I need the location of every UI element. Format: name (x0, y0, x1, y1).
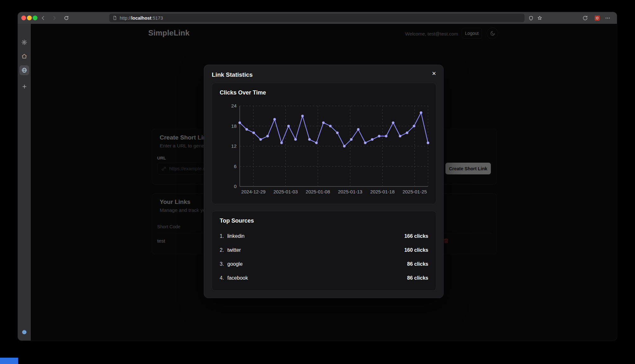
clicks-over-time-card: Clicks Over Time 061218242024-12-292025-… (212, 83, 436, 204)
top-sources-card: Top Sources 1. linkedin 166 clicks 2. tw… (212, 211, 436, 291)
clicks-chart: 061218242024-12-292025-01-032025-01-0820… (220, 103, 432, 195)
workspace-planet-button[interactable] (21, 329, 28, 335)
top-sources-list: 1. linkedin 166 clicks 2. twitter 160 cl… (220, 229, 428, 285)
home-button[interactable] (21, 53, 28, 60)
url-text: http://localhost:5173 (120, 16, 163, 21)
bookmark-star-button[interactable] (536, 15, 543, 22)
source-clicks: 86 clicks (407, 275, 428, 281)
gear-icon (21, 39, 27, 45)
svg-text:2025-01-25: 2025-01-25 (403, 189, 427, 194)
source-name: twitter (227, 247, 241, 253)
new-tab-button[interactable] (21, 83, 28, 90)
link-statistics-modal: Link Statistics × Clicks Over Time 06121… (204, 65, 444, 298)
source-name: linkedin (227, 233, 244, 239)
back-icon (40, 15, 46, 21)
ellipsis-icon (605, 15, 611, 21)
source-clicks: 86 clicks (407, 261, 428, 267)
top-sources-title: Top Sources (220, 218, 254, 224)
source-row: 4. facebook 86 clicks (220, 271, 428, 285)
source-name: google (227, 261, 243, 267)
window-minimize-button[interactable] (27, 16, 32, 20)
svg-text:12: 12 (231, 143, 237, 149)
modal-close-button[interactable]: × (429, 69, 439, 78)
tracking-shield-button[interactable] (527, 15, 534, 22)
forward-icon (51, 15, 57, 21)
svg-text:18: 18 (231, 123, 237, 129)
page-icon (112, 16, 117, 20)
home-icon (21, 53, 27, 59)
modal-title: Link Statistics (212, 71, 253, 78)
svg-text:2025-01-03: 2025-01-03 (273, 189, 298, 194)
sync-button[interactable] (582, 15, 589, 22)
browser-toolbar: http://localhost:5173 (18, 12, 617, 24)
sync-icon (582, 15, 588, 21)
desktop: http://localhost:5173 (0, 0, 635, 364)
shield-icon (528, 16, 534, 21)
adblock-extension-icon (595, 16, 600, 21)
page-content: SimpleLink Welcome, test@test.com Logout… (31, 24, 617, 341)
source-row: 3. google 86 clicks (220, 257, 428, 271)
svg-text:2025-01-18: 2025-01-18 (370, 189, 395, 194)
chart-title: Clicks Over Time (220, 89, 266, 96)
window-zoom-button[interactable] (33, 16, 37, 20)
source-rank: 4. (220, 275, 227, 281)
svg-text:6: 6 (234, 164, 237, 169)
source-name: facebook (227, 275, 248, 281)
star-icon (537, 15, 543, 21)
forward-button[interactable] (51, 15, 58, 22)
source-clicks: 160 clicks (404, 247, 428, 253)
source-clicks: 166 clicks (404, 233, 428, 239)
reload-button[interactable] (63, 15, 70, 22)
source-rank: 3. (220, 261, 227, 267)
window-close-button[interactable] (21, 16, 26, 20)
adblock-extension-button[interactable] (594, 15, 601, 22)
svg-text:2024-12-29: 2024-12-29 (241, 189, 266, 194)
plus-icon (22, 84, 27, 89)
svg-text:0: 0 (234, 184, 237, 189)
source-row: 1. linkedin 166 clicks (220, 229, 428, 243)
source-rank: 1. (220, 233, 227, 239)
svg-text:2025-01-08: 2025-01-08 (306, 189, 330, 194)
globe-icon (21, 67, 27, 73)
address-bar[interactable]: http://localhost:5173 (109, 14, 525, 22)
source-row: 2. twitter 160 clicks (220, 243, 428, 257)
active-tab-globe-button[interactable] (21, 67, 28, 74)
reload-icon (64, 15, 69, 21)
desktop-fragment (0, 358, 18, 364)
browser-menu-button[interactable] (604, 15, 611, 22)
svg-text:2025-01-13: 2025-01-13 (338, 189, 362, 194)
back-button[interactable] (40, 15, 47, 22)
planet-icon (21, 329, 27, 335)
settings-button[interactable] (21, 39, 28, 46)
source-rank: 2. (220, 247, 227, 253)
browser-window: http://localhost:5173 (18, 12, 617, 341)
svg-text:24: 24 (231, 103, 237, 108)
browser-sidebar (18, 24, 31, 341)
